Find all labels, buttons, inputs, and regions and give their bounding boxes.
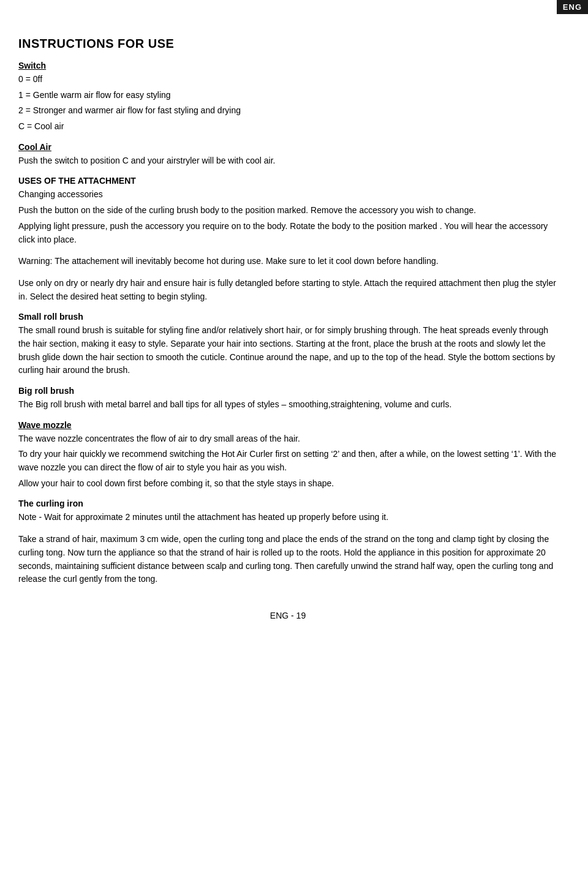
main-title: INSTRUCTIONS FOR USE — [18, 37, 557, 51]
big-roll-brush-text: The Big roll brush with metal barrel and… — [18, 398, 557, 412]
curling-iron-line-0: Note - Wait for approximate 2 minutes un… — [18, 511, 557, 524]
warning-section: Warning: The attachement will inevitably… — [18, 255, 557, 268]
switch-line-2: 2 = Stronger and warmer air flow for fas… — [18, 104, 557, 118]
uses-attachment-line-0: Changing accessories — [18, 188, 557, 202]
wave-mozzle-heading: Wave mozzle — [18, 420, 557, 430]
switch-line-3: C = Cool air — [18, 120, 557, 134]
uses-attachment-line-1: Push the button on the side of the curli… — [18, 204, 557, 217]
wave-mozzle-line-1: To dry your hair quickly we recommend sw… — [18, 448, 557, 474]
curling-iron-line-1: Take a strand of hair, maximum 3 cm wide… — [18, 533, 557, 586]
curling-iron-heading: The curling iron — [18, 499, 557, 508]
small-roll-brush-text: The small round brush is suitable for st… — [18, 324, 557, 377]
switch-heading: Switch — [18, 61, 557, 70]
footer-label: ENG - 19 — [270, 611, 306, 620]
uses-attachment-section: USES OF THE ATTACHMENT Changing accessor… — [18, 176, 557, 246]
uses-attachment-line-2: Applying light pressure, push the access… — [18, 220, 557, 246]
curling-iron-section: The curling iron Note - Wait for approxi… — [18, 499, 557, 586]
switch-line-0: 0 = 0ff — [18, 73, 557, 86]
switch-section: Switch 0 = 0ff 1 = Gentle warm air flow … — [18, 61, 557, 134]
dry-hair-text: Use only on dry or nearly dry hair and e… — [18, 277, 557, 303]
small-roll-brush-section: Small roll brush The small round brush i… — [18, 312, 557, 377]
cool-air-section: Cool Air Push the switch to position C a… — [18, 142, 557, 168]
wave-mozzle-section: Wave mozzle The wave nozzle concentrates… — [18, 420, 557, 491]
page-footer: ENG - 19 — [18, 611, 557, 620]
warning-text: Warning: The attachement will inevitably… — [18, 255, 557, 268]
eng-badge: ENG — [557, 0, 588, 14]
page-container: ENG INSTRUCTIONS FOR USE Switch 0 = 0ff … — [0, 0, 588, 874]
cool-air-text: Push the switch to position C and your a… — [18, 154, 557, 168]
wave-mozzle-line-2: Allow your hair to cool down first befor… — [18, 477, 557, 491]
switch-line-1: 1 = Gentle warm air flow for easy stylin… — [18, 89, 557, 102]
big-roll-brush-heading: Big roll brush — [18, 386, 557, 396]
uses-attachment-heading: USES OF THE ATTACHMENT — [18, 176, 557, 186]
dry-hair-section: Use only on dry or nearly dry hair and e… — [18, 277, 557, 303]
wave-mozzle-line-0: The wave nozzle concentrates the flow of… — [18, 432, 557, 446]
small-roll-brush-heading: Small roll brush — [18, 312, 557, 322]
big-roll-brush-section: Big roll brush The Big roll brush with m… — [18, 386, 557, 412]
cool-air-heading: Cool Air — [18, 142, 557, 152]
